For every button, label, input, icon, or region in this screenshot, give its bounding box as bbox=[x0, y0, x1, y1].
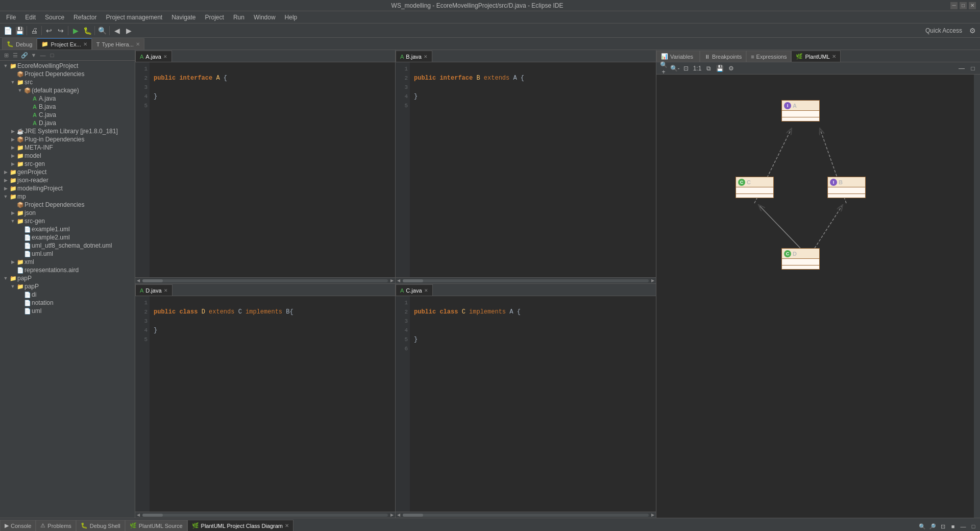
sidebar-tree-item-uml-utf8[interactable]: 📄uml_utf8_schema_dotnet.uml bbox=[0, 242, 135, 250]
rp-tab-plantuml[interactable]: 🌿 PlantUML ✕ bbox=[791, 51, 840, 62]
scrollbar-h-d[interactable]: ◀ ▶ bbox=[135, 512, 395, 518]
menu-run[interactable]: Run bbox=[229, 13, 249, 22]
rp-tab-breakpoints[interactable]: ⏸ Breakpoints bbox=[700, 51, 746, 62]
sidebar-tree-item-mp-project-deps[interactable]: 📦Project Dependencies bbox=[0, 201, 135, 209]
tb-save-button[interactable]: 💾 bbox=[14, 25, 25, 36]
tb-undo-button[interactable]: ↩ bbox=[43, 25, 55, 36]
rp-tab-variables[interactable]: 📊 Variables bbox=[656, 51, 700, 62]
tree-arrow[interactable]: ▼ bbox=[9, 80, 16, 85]
rp-copy-button[interactable]: ⧉ bbox=[703, 63, 714, 74]
tree-arrow[interactable]: ▶ bbox=[9, 161, 16, 166]
sidebar-tree-item-mp-src-gen[interactable]: ▼📁src-gen bbox=[0, 217, 135, 225]
scrollbar-h-b[interactable]: ◀ ▶ bbox=[396, 277, 656, 283]
scrollbar-track-d[interactable] bbox=[142, 514, 388, 517]
menu-help[interactable]: Help bbox=[281, 13, 302, 22]
bp-actual-size-button[interactable]: ■ bbox=[948, 522, 958, 531]
sidebar-tree-item-mp-xml[interactable]: ▶📁xml bbox=[0, 258, 135, 266]
tb-search-button[interactable]: 🔍 bbox=[96, 25, 108, 36]
uml-node-B[interactable]: I B bbox=[827, 177, 866, 198]
bp-tab-debug-shell[interactable]: 🐛 Debug Shell bbox=[76, 520, 125, 531]
sidebar-tree-item-papp-di[interactable]: 📄di bbox=[0, 291, 135, 299]
bp-tab-plantuml-class-diagram[interactable]: 🌿 PlantUML Project Class Diagram ✕ bbox=[187, 520, 293, 531]
tab-debug[interactable]: 🐛 Debug bbox=[2, 38, 37, 50]
rp-zoom-in-button[interactable]: 🔍+ bbox=[658, 63, 669, 74]
tree-arrow[interactable]: ▼ bbox=[2, 194, 9, 199]
tree-arrow[interactable]: ▼ bbox=[2, 63, 9, 68]
tree-arrow[interactable]: ▶ bbox=[9, 137, 16, 142]
editor-tab-c-java[interactable]: A C.java ✕ bbox=[396, 284, 433, 296]
tab-project-explorer-close[interactable]: ✕ bbox=[83, 41, 87, 47]
sidebar-tree-item-mp-json[interactable]: ▶📁json bbox=[0, 209, 135, 217]
tb-redo-button[interactable]: ↪ bbox=[55, 25, 66, 36]
close-button[interactable]: ✕ bbox=[969, 2, 976, 9]
sidebar-tree-item-project-deps[interactable]: 📦Project Dependencies bbox=[0, 70, 135, 78]
sidebar-tree-item-example1-uml[interactable]: 📄example1.uml bbox=[0, 225, 135, 233]
scroll-left-b[interactable]: ◀ bbox=[396, 278, 402, 284]
sidebar-tree-item-a-java[interactable]: AA.java bbox=[0, 94, 135, 103]
sidebar-tree-item-src-gen[interactable]: ▶📁src-gen bbox=[0, 160, 135, 168]
sidebar-tree-item-c-java[interactable]: AC.java bbox=[0, 111, 135, 119]
tree-arrow[interactable]: ▶ bbox=[2, 186, 9, 191]
sidebar-tree-item-model[interactable]: ▶📁model bbox=[0, 152, 135, 160]
sidebar-tree-item-papp-uml[interactable]: 📄uml bbox=[0, 307, 135, 315]
sidebar-maximize-button[interactable]: □ bbox=[48, 51, 56, 59]
rp-fit-button[interactable]: ⊡ bbox=[681, 63, 691, 74]
scrollbar-h-a[interactable]: ◀ ▶ bbox=[135, 277, 395, 283]
scrollbar-track-c[interactable] bbox=[403, 514, 649, 517]
rp-tab-expressions[interactable]: ≡ Expressions bbox=[746, 51, 791, 62]
bp-tab-console[interactable]: ▶ Console bbox=[0, 520, 36, 531]
bp-maximize-button[interactable]: □ bbox=[969, 522, 978, 531]
tree-arrow[interactable]: ▶ bbox=[9, 129, 16, 134]
sidebar-tree-item-papp-notation[interactable]: 📄notation bbox=[0, 299, 135, 307]
editor-content-c[interactable]: 123456 public class C implements A { } bbox=[396, 296, 656, 512]
bp-tab-plantuml-class-close[interactable]: ✕ bbox=[285, 523, 289, 528]
editor-tab-a-close[interactable]: ✕ bbox=[163, 54, 167, 59]
tree-arrow[interactable]: ▶ bbox=[9, 153, 16, 158]
rp-zoom-out-button[interactable]: 🔍- bbox=[670, 63, 680, 74]
sidebar-collapse-button[interactable]: ⊞ bbox=[2, 51, 10, 59]
rp-minimize-button[interactable]: — bbox=[957, 63, 967, 74]
bp-tab-problems[interactable]: ⚠ Problems bbox=[36, 520, 76, 531]
uml-node-A[interactable]: I A bbox=[781, 100, 820, 122]
uml-node-C[interactable]: C C bbox=[736, 177, 774, 198]
tb-back-button[interactable]: ◀ bbox=[111, 25, 122, 36]
menu-navigate[interactable]: Navigate bbox=[167, 13, 200, 22]
sidebar-link-button[interactable]: 🔗 bbox=[20, 51, 29, 59]
menu-project-management[interactable]: Project management bbox=[102, 13, 166, 22]
scroll-right-a[interactable]: ▶ bbox=[389, 278, 395, 284]
code-area-c[interactable]: public class C implements A { } bbox=[410, 296, 656, 512]
editor-tab-b-java[interactable]: A B.java ✕ bbox=[396, 51, 432, 62]
scroll-right-d[interactable]: ▶ bbox=[389, 512, 395, 518]
tb-print-button[interactable]: 🖨 bbox=[29, 25, 40, 36]
sidebar-tree-item-modellingproject[interactable]: ▶📁modellingProject bbox=[0, 184, 135, 192]
scroll-left-d[interactable]: ◀ bbox=[135, 512, 141, 518]
sidebar-tree-item-papp-papP[interactable]: ▼📁papP bbox=[0, 282, 135, 291]
uml-node-D[interactable]: C D bbox=[781, 248, 820, 270]
tree-arrow[interactable]: ▶ bbox=[9, 259, 16, 264]
tree-arrow[interactable]: ▶ bbox=[9, 210, 16, 215]
sidebar-tree-item-json-reader[interactable]: ▶📁json-reader bbox=[0, 176, 135, 184]
menu-edit[interactable]: Edit bbox=[21, 13, 40, 22]
editor-tab-a-java[interactable]: A A.java ✕ bbox=[135, 51, 172, 62]
rp-tab-plantuml-close[interactable]: ✕ bbox=[832, 54, 836, 59]
sidebar-minimize-button[interactable]: — bbox=[39, 51, 47, 59]
sidebar-tree-item-genproject[interactable]: ▶📁genProject bbox=[0, 168, 135, 176]
sidebar-tree-item-representations-aird[interactable]: 📄representations.aird bbox=[0, 266, 135, 274]
bp-minimize-button[interactable]: — bbox=[959, 522, 968, 531]
sidebar-menu-button[interactable]: ▼ bbox=[30, 51, 38, 59]
bp-fit-button[interactable]: ⊡ bbox=[938, 522, 947, 531]
tb-settings-button[interactable]: ⚙ bbox=[967, 25, 978, 36]
editor-tab-d-close[interactable]: ✕ bbox=[164, 288, 168, 293]
rp-actual-size-button[interactable]: 1:1 bbox=[692, 63, 702, 74]
tb-debug-button[interactable]: 🐛 bbox=[82, 25, 93, 36]
menu-source[interactable]: Source bbox=[41, 13, 68, 22]
editor-tab-b-close[interactable]: ✕ bbox=[424, 54, 428, 59]
rp-save-button[interactable]: 💾 bbox=[715, 63, 725, 74]
rp-content[interactable]: I A I B bbox=[656, 75, 980, 518]
editor-tab-d-java[interactable]: A D.java ✕ bbox=[135, 284, 173, 296]
rp-scrollbar-v[interactable] bbox=[974, 75, 980, 518]
editor-content-d[interactable]: 12345 public class D extends C implement… bbox=[135, 296, 395, 512]
scrollbar-track-a[interactable] bbox=[142, 279, 388, 282]
sidebar-tree-item-plugin-deps[interactable]: ▶📦Plug-in Dependencies bbox=[0, 135, 135, 143]
menu-refactor[interactable]: Refactor bbox=[69, 13, 101, 22]
